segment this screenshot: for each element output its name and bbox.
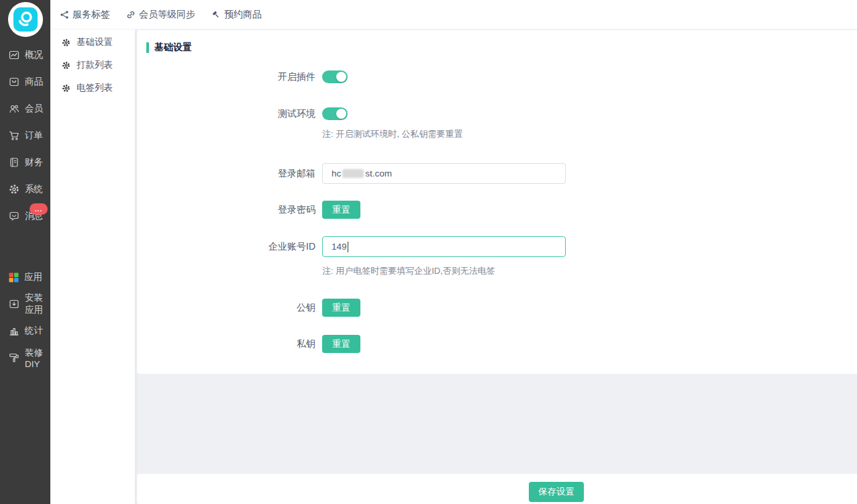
sidebar-item-members[interactable]: 会员 <box>0 95 50 122</box>
gear-icon <box>62 61 70 70</box>
password-label: 登录密码 <box>137 204 315 216</box>
gear-icon <box>62 38 70 47</box>
sidebar-item-label: 概况 <box>25 49 43 61</box>
gavel-icon <box>211 10 221 19</box>
subnav-item-esign-list[interactable]: 电签列表 <box>50 77 135 99</box>
tab-service-tags[interactable]: 服务标签 <box>60 9 110 21</box>
gear-icon <box>9 184 19 195</box>
form-row-public-key: 公钥 重置 <box>137 299 360 317</box>
email-value-prefix: hc <box>332 168 341 179</box>
form-row-enterprise-id: 企业账号ID 149 <box>137 236 566 257</box>
tab-label: 服务标签 <box>72 9 110 21</box>
public-key-label: 公钥 <box>137 302 315 314</box>
sidebar-item-label: 应用 <box>24 271 42 283</box>
members-icon <box>9 103 19 114</box>
sidebar-item-overview[interactable]: 概况 <box>0 42 50 68</box>
form-row-private-key: 私钥 重置 <box>137 335 360 353</box>
form-row-plugin: 开启插件 <box>137 70 348 83</box>
sidebar-nav: 概况 商品 会员 <box>0 42 50 371</box>
plugin-label: 开启插件 <box>137 71 315 83</box>
private-key-reset-button[interactable]: 重置 <box>322 335 360 353</box>
enterprise-id-value: 149 <box>332 242 347 252</box>
logo-icon <box>13 7 38 32</box>
secondary-nav: 基础设置 打款列表 电签列表 <box>50 30 135 504</box>
sidebar-item-label: 装修DIY <box>25 347 50 369</box>
sidebar-item-label: 财务 <box>25 156 43 168</box>
accent-bar <box>146 42 149 53</box>
share-icon <box>60 10 69 19</box>
test-env-toggle[interactable] <box>322 107 348 120</box>
goods-icon <box>9 77 19 87</box>
sidebar-item-label: 统计 <box>25 325 43 337</box>
tab-label: 会员等级同步 <box>139 9 195 21</box>
sidebar-item-finance[interactable]: 财务 <box>0 149 50 176</box>
save-settings-button[interactable]: 保存设置 <box>529 482 584 502</box>
app-logo[interactable] <box>8 2 43 37</box>
bar-chart-icon <box>9 325 19 336</box>
cart-icon <box>9 130 19 141</box>
plugin-toggle[interactable] <box>322 70 348 83</box>
sidebar-item-stats[interactable]: 统计 <box>0 317 50 344</box>
sidebar-item-label: 订单 <box>25 130 43 142</box>
chat-bubble-icon <box>9 211 19 221</box>
email-field[interactable]: hc st.com <box>322 163 566 184</box>
main-content: 基础设置 开启插件 测试环境 注: 开启测试环境时, 公私钥需要重置 登录邮箱 … <box>135 30 857 504</box>
tab-booking-goods[interactable]: 预约商品 <box>211 9 262 21</box>
form-row-email: 登录邮箱 hc st.com <box>137 163 566 184</box>
text-cursor <box>348 242 348 252</box>
enterprise-id-note: 注: 用户电签时需要填写企业ID,否则无法电签 <box>322 265 495 277</box>
subnav-item-label: 电签列表 <box>77 82 113 94</box>
form-row-test-env: 测试环境 <box>137 107 348 120</box>
sidebar-item-system[interactable]: 系统 <box>0 176 50 203</box>
gear-icon <box>62 84 70 93</box>
sidebar-group-gap <box>0 230 50 264</box>
form-row-password: 登录密码 重置 <box>137 201 360 219</box>
public-key-reset-button[interactable]: 重置 <box>322 299 360 317</box>
email-value-suffix: st.com <box>365 168 392 179</box>
sidebar-item-messages[interactable]: 消息 ... <box>0 203 50 230</box>
sidebar-item-label: 系统 <box>25 183 43 195</box>
subnav-item-basic-settings[interactable]: 基础设置 <box>50 31 135 54</box>
sidebar-item-diy[interactable]: 装修DIY <box>0 344 50 371</box>
install-app-icon <box>9 299 19 309</box>
sidebar-item-goods[interactable]: 商品 <box>0 68 50 95</box>
paint-roller-icon <box>9 352 19 363</box>
enterprise-id-label: 企业账号ID <box>137 241 315 253</box>
sidebar-item-orders[interactable]: 订单 <box>0 122 50 149</box>
panel-header: 基础设置 <box>146 42 192 54</box>
messages-badge: ... <box>30 203 48 215</box>
footer-bar: 保存设置 <box>137 474 857 504</box>
subnav-item-label: 基础设置 <box>77 36 113 48</box>
email-label: 登录邮箱 <box>137 168 315 180</box>
finance-icon <box>9 157 19 168</box>
sidebar-item-apps[interactable]: 应用 <box>0 264 50 291</box>
test-env-note: 注: 开启测试环境时, 公私钥需要重置 <box>322 128 462 140</box>
tab-label: 预约商品 <box>224 9 262 21</box>
sidebar-item-install-app[interactable]: 安装应用 <box>0 291 50 317</box>
settings-panel: 基础设置 开启插件 测试环境 注: 开启测试环境时, 公私钥需要重置 登录邮箱 … <box>137 30 857 374</box>
subnav-item-label: 打款列表 <box>77 59 113 71</box>
test-env-label: 测试环境 <box>137 108 315 120</box>
sidebar-item-label: 安装应用 <box>25 292 50 316</box>
panel-title: 基础设置 <box>154 42 192 54</box>
tab-member-level-sync[interactable]: 会员等级同步 <box>126 9 195 21</box>
link-icon <box>126 10 136 19</box>
redacted-text <box>342 169 364 178</box>
password-reset-button[interactable]: 重置 <box>322 201 360 219</box>
primary-sidebar: 概况 商品 会员 <box>0 0 50 504</box>
sidebar-item-label: 商品 <box>25 76 43 88</box>
sidebar-item-label: 会员 <box>25 103 43 115</box>
private-key-label: 私钥 <box>137 338 315 350</box>
overview-icon <box>9 50 19 60</box>
topbar: 服务标签 会员等级同步 预约商品 <box>50 0 857 30</box>
apps-icon <box>9 272 19 283</box>
enterprise-id-field[interactable]: 149 <box>322 236 566 257</box>
subnav-item-payment-list[interactable]: 打款列表 <box>50 54 135 77</box>
